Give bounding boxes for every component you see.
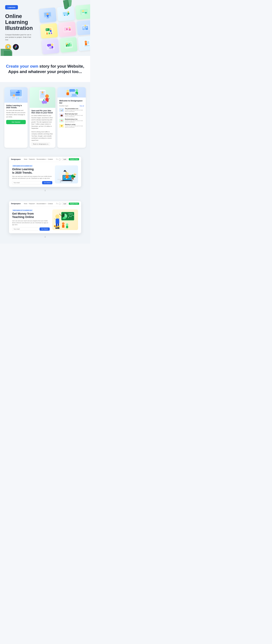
topic-item-2: 💼 Work hard play hard Include 3 major fo… [59,113,84,117]
topic-sub-2: Include 3 major format and 10 total area… [65,115,84,117]
illus-card-5 [58,22,76,37]
svg-rect-53 [47,44,52,46]
hero-title: Online Learning Illustration [5,13,33,31]
svg-point-105 [76,89,78,92]
arrow-down-2: ↓ [8,233,82,240]
browser-body-1: NEW Update v2.0 is available now Online … [9,162,81,187]
svg-rect-61 [66,45,67,47]
svg-rect-112 [60,180,61,182]
illus-card-4 [40,23,58,39]
topic-thumb-2: 💼 [59,114,64,117]
svg-text:A+: A+ [74,173,76,176]
social-gh: ◯ [59,158,61,160]
browser-login-1[interactable]: Login [62,158,68,160]
svg-rect-58 [52,46,53,48]
browser-desc-2: User can send your report and your progr… [12,220,50,226]
svg-point-157 [58,226,60,228]
story-section: Create your own story for your Website, … [0,56,90,82]
menu-home-1[interactable]: Home [24,158,27,160]
topic-name-3: Brainstorming is fun [65,118,84,120]
social-fb: f [56,158,57,160]
browser-register-2[interactable]: Register Now [69,202,79,205]
browser-logo-2: Designspace [11,203,20,204]
svg-point-1 [15,46,16,48]
logo-button[interactable]: Learnoo [5,5,18,10]
card-app-body: Online Learning is 2020 Trends. Our tool… [4,103,28,126]
svg-rect-128 [64,171,66,172]
menu-contacts-2[interactable]: Contacts [48,203,53,204]
svg-rect-140 [68,213,73,214]
menu-featured-2[interactable]: Featured ▾ [29,203,35,204]
get-started-button[interactable]: Get Started [6,120,26,124]
topic-text-2: Work hard play hard Include 3 major form… [65,113,84,117]
menu-featured-1[interactable]: Featured ▾ [29,158,35,160]
menu-docs-2[interactable]: Documentation ▾ [36,203,46,204]
svg-rect-116 [61,180,73,181]
svg-rect-82 [12,97,15,98]
browser-social-1: f t ◯ [56,158,61,160]
svg-rect-10 [46,15,49,16]
svg-rect-93 [40,96,44,97]
topic-header: Another topic View all [59,105,84,107]
browser-content-1: NEW Update v2.0 is available now Online … [12,164,52,184]
story-highlight: Create your own [6,64,38,68]
browser-login-2[interactable]: Login [62,202,68,205]
svg-rect-103 [69,89,75,92]
topic-thumb-1: 📊 [59,108,64,112]
menu-home-2[interactable]: Home [24,203,27,204]
svg-rect-18 [68,12,69,14]
svg-marker-104 [70,92,70,92]
svg-rect-109 [71,96,78,97]
svg-point-89 [42,91,44,94]
arrow-down-1: ↓ [8,187,82,194]
svg-point-151 [62,222,64,225]
svg-rect-152 [62,225,64,228]
topic-sub-3: Include 3 major format and 10 total area… [65,120,84,122]
svg-marker-100 [43,104,44,104]
svg-marker-129 [64,170,66,171]
menu-docs-1[interactable]: Documentation ▾ [36,158,46,160]
topic-item-4: 🤝 Sharing is caring Include 3 major form… [59,124,84,128]
view-all-link[interactable]: View all [80,105,84,107]
browser-mockup-1: Designspace Home Featured ▾ Documentatio… [9,157,81,187]
svg-point-125 [73,176,75,178]
browser-logo-1: Designspace [11,158,20,160]
browser-nav-2: Designspace Home Featured ▾ Documentatio… [9,201,81,206]
menu-contacts-1[interactable]: Contacts [48,158,53,160]
svg-point-139 [73,215,74,216]
svg-point-137 [71,216,71,217]
browser-form-2: Get Started [12,228,50,231]
svg-point-150 [57,228,60,229]
topic-name-2: Work hard play hard [65,113,84,115]
svg-rect-120 [66,175,68,178]
topic-item-3: 🧠 Brainstorming is fun Include 3 major f… [59,118,84,122]
social-fb-2: f [56,202,57,205]
card-blog-image [30,87,56,108]
hero-content: Learnoo Online Learning Illustration Com… [5,4,33,50]
another-topic-label: Another topic [59,105,68,107]
card-blog-link[interactable]: Read on designspace.co [32,142,50,146]
cards-section: Online Learning is 2020 Trends. Our tool… [0,82,90,153]
browser-email-2[interactable] [12,228,38,231]
browser-register-1[interactable]: Register Now [69,158,79,160]
browser-submit-2[interactable]: Get Started [40,228,50,231]
illus-card-6 [76,20,90,36]
svg-rect-43 [69,28,70,31]
svg-point-2 [16,46,17,48]
topic-name-1: The presentation icon [65,108,84,110]
svg-point-138 [72,215,72,215]
browser-email-1[interactable] [12,181,41,184]
hero-subtitle: Compact illustration pack for use in you… [5,34,33,41]
svg-rect-102 [66,92,69,95]
svg-point-4 [16,46,17,46]
svg-rect-34 [46,33,48,34]
svg-rect-84 [18,97,19,100]
browser-submit-1[interactable]: Get Started [42,181,52,184]
card-blog-text: an online bulletin board for your favori… [32,114,54,130]
card-blog-title: Save and Pin your idea then share to you… [32,110,54,114]
svg-point-135 [68,218,69,218]
card-welcome-title: Welcome to Designspace Oz! [58,98,86,105]
svg-text:$: $ [54,226,55,227]
topic-text-4: Sharing is caring Include 3 major format… [65,124,84,128]
browser-mockup-2: Designspace Home Featured ▾ Documentatio… [9,201,81,233]
